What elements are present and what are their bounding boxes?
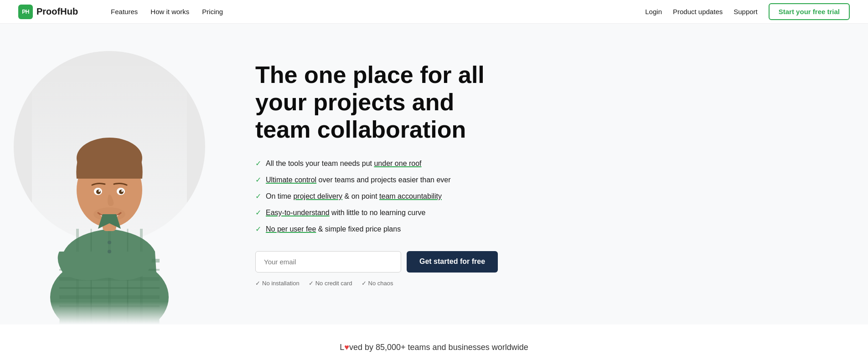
svg-point-7 (119, 190, 124, 194)
start-trial-button[interactable]: Start your free trial (769, 3, 850, 20)
svg-point-8 (98, 190, 100, 192)
feature-list: ✓ All the tools your team needs put unde… (255, 158, 511, 235)
heart-icon: ♥ (344, 343, 349, 352)
trust-check-icon-2: ✓ (309, 280, 314, 287)
highlight-5: No per user fee (266, 225, 316, 233)
nav-support[interactable]: Support (734, 8, 758, 15)
highlight-1: under one roof (374, 159, 421, 167)
highlight-4: Easy-to-understand (266, 209, 330, 216)
social-proof-section: L♥ved by 85,000+ teams and businesses wo… (0, 324, 868, 355)
check-icon-4: ✓ (255, 207, 261, 218)
svg-rect-13 (36, 302, 182, 324)
svg-point-6 (96, 190, 101, 194)
svg-point-12 (108, 250, 111, 253)
check-icon-3: ✓ (255, 191, 261, 202)
nav-left: PH ProofHub Features How it works Pricin… (18, 0, 241, 24)
check-icon-2: ✓ (255, 175, 261, 185)
hero-section: The one place for all your projects and … (0, 24, 868, 324)
hero-title: The one place for all your projects and … (255, 62, 511, 143)
logo-link[interactable]: PH ProofHub (18, 5, 78, 19)
nav-links: Features How it works Pricing (93, 0, 241, 24)
nav-how-it-works[interactable]: How it works (150, 8, 189, 15)
feature-item-5: ✓ No per user fee & simple fixed price p… (255, 224, 511, 235)
feature-item-4: ✓ Easy-to-understand with little to no l… (255, 207, 511, 218)
highlight-3b: team accountability (379, 192, 442, 200)
hero-person-image (32, 60, 187, 324)
feature-item-3: ✓ On time project delivery & on point te… (255, 191, 511, 202)
nav-login[interactable]: Login (645, 8, 662, 15)
feature-item-2: ✓ Ultimate control over teams and projec… (255, 175, 511, 185)
svg-point-9 (121, 190, 123, 192)
trust-check-icon-3: ✓ (362, 280, 367, 287)
check-icon-1: ✓ (255, 158, 261, 169)
feature-item-1: ✓ All the tools your team needs put unde… (255, 158, 511, 169)
nav-right: Login Product updates Support Start your… (645, 3, 850, 20)
highlight-2: Ultimate control (266, 176, 316, 184)
svg-point-11 (108, 241, 111, 244)
hero-image-side (0, 24, 219, 324)
get-started-button[interactable]: Get started for free (407, 251, 498, 273)
loved-text: L♥ved by 85,000+ teams and businesses wo… (18, 343, 850, 352)
navbar: PH ProofHub Features How it works Pricin… (0, 0, 868, 24)
trust-line: ✓ No installation ✓ No credit card ✓ No … (255, 280, 511, 287)
highlight-3a: project delivery (293, 192, 342, 200)
logo-name: ProofHub (36, 6, 78, 17)
nav-product-updates[interactable]: Product updates (673, 8, 723, 15)
email-input[interactable] (255, 251, 401, 273)
trust-item-2: ✓ No credit card (309, 280, 352, 287)
cta-row: Get started for free (255, 251, 511, 273)
check-icon-5: ✓ (255, 224, 261, 235)
trust-item-3: ✓ No chaos (362, 280, 393, 287)
logo-icon: PH (18, 5, 33, 19)
trust-item-1: ✓ No installation (255, 280, 300, 287)
trust-check-icon-1: ✓ (255, 280, 260, 287)
nav-features[interactable]: Features (111, 8, 138, 15)
hero-content: The one place for all your projects and … (219, 34, 538, 314)
nav-pricing[interactable]: Pricing (202, 8, 223, 15)
